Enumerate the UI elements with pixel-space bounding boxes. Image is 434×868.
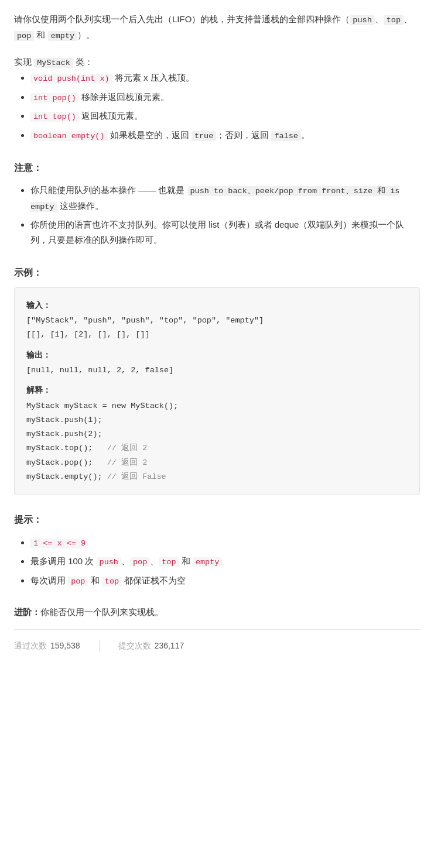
note-section: 注意： 你只能使用队列的基本操作 —— 也就是 push to back、pee… — [14, 160, 420, 248]
explain-line-1: MyStack myStack = new MyStack(); — [26, 399, 408, 413]
explain-line-6: myStack.empty(); // 返回 False — [26, 470, 408, 484]
hint-item-2: 最多调用 100 次 push、pop、top 和 empty — [30, 554, 420, 569]
advanced-text: 进阶：你能否仅用一个队列来实现栈。 — [14, 605, 420, 620]
method-top: int top() 返回栈顶元素。 — [30, 108, 420, 124]
stats-divider — [99, 640, 100, 652]
example-title: 示例： — [14, 265, 420, 280]
explain-line-3: myStack.push(2); — [26, 427, 408, 441]
note-title: 注意： — [14, 160, 420, 176]
submit-stat: 提交次数 236,117 — [118, 639, 184, 653]
hint-title: 提示： — [14, 512, 420, 527]
note-item-1: 你只能使用队列的基本操作 —— 也就是 push to back、peek/po… — [30, 183, 420, 214]
method-empty: boolean empty() 如果栈是空的，返回 true；否则，返回 fal… — [30, 128, 420, 143]
note-list: 你只能使用队列的基本操作 —— 也就是 push to back、peek/po… — [14, 183, 420, 248]
output-label: 输出： — [26, 348, 408, 362]
implement-line: 实现 MyStack 类： — [14, 54, 420, 70]
advanced-section: 进阶：你能否仅用一个队列来实现栈。 — [14, 605, 420, 620]
hint-item-1: 1 <= x <= 9 — [30, 535, 420, 551]
method-pop: int pop() 移除并返回栈顶元素。 — [30, 90, 420, 105]
explain-line-5: myStack.pop(); // 返回 2 — [26, 456, 408, 470]
input-line-2: [[], [1], [2], [], [], []] — [26, 328, 408, 342]
hint-section: 提示： 1 <= x <= 9 最多调用 100 次 push、pop、top … — [14, 512, 420, 588]
pass-value: 159,538 — [50, 639, 80, 653]
output-line: [null, null, null, 2, 2, false] — [26, 363, 408, 378]
hint-list: 1 <= x <= 9 最多调用 100 次 push、pop、top 和 em… — [14, 535, 420, 589]
methods-list: void push(int x) 将元素 x 压入栈顶。 int pop() 移… — [14, 70, 420, 143]
submit-value: 236,117 — [155, 639, 184, 653]
pass-stat: 通过次数 159,538 — [14, 639, 80, 653]
input-label: 输入： — [26, 299, 408, 313]
stats-row: 通过次数 159,538 提交次数 236,117 — [14, 629, 420, 653]
explain-line-2: myStack.push(1); — [26, 413, 408, 427]
pass-label: 通过次数 — [14, 639, 47, 653]
input-line-1: ["MyStack", "push", "push", "top", "pop"… — [26, 314, 408, 328]
example-section: 示例： 输入： ["MyStack", "push", "push", "top… — [14, 265, 420, 496]
note-item-2: 你所使用的语言也许不支持队列。你可以使用 list（列表）或者 deque（双端… — [30, 217, 420, 248]
intro-paragraph: 请你仅使用两个队列实现一个后入先出（LIFO）的栈，并支持普通栈的全部四种操作（… — [14, 12, 420, 43]
method-push: void push(int x) 将元素 x 压入栈顶。 — [30, 70, 420, 86]
hint-item-3: 每次调用 pop 和 top 都保证栈不为空 — [30, 573, 420, 589]
example-code-block: 输入： ["MyStack", "push", "push", "top", "… — [14, 287, 420, 496]
explain-line-4: myStack.top(); // 返回 2 — [26, 441, 408, 455]
explain-label: 解释： — [26, 383, 408, 397]
advanced-label: 进阶： — [14, 607, 40, 617]
submit-label: 提交次数 — [118, 639, 151, 653]
